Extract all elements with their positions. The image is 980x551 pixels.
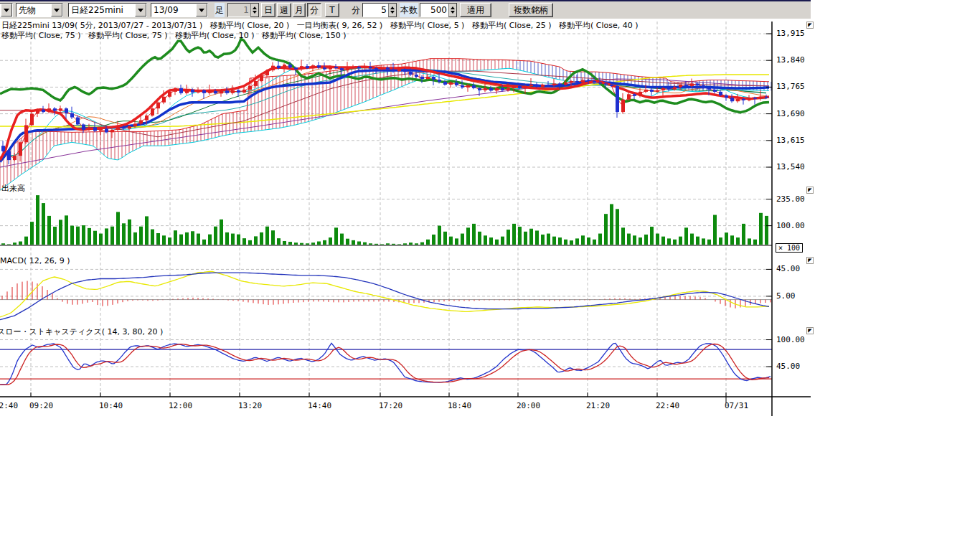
legend-line-2: 移動平均( Close, 75 ) 移動平均( Close, 75 ) 移動平均…	[1, 30, 347, 41]
bar-interval-value: 1	[227, 3, 250, 17]
volume-scale-badge: × 100	[776, 243, 803, 253]
stoch-axis-label: 100.00	[776, 335, 805, 344]
spinner-icon[interactable]	[388, 3, 397, 17]
chevron-down-icon[interactable]	[196, 4, 207, 17]
category-combo-value: 先物	[17, 4, 51, 17]
apply-button[interactable]: 適用	[460, 3, 491, 17]
contract-month-combo-value: 13/09	[151, 5, 196, 15]
symbol-combo[interactable]: 日経225mini	[68, 3, 147, 17]
time-axis-label: 07/31	[725, 401, 748, 410]
time-axis-label: 12:00	[169, 401, 192, 410]
time-axis-label: 21:20	[586, 401, 610, 410]
category-combo[interactable]: 先物	[16, 3, 63, 17]
volume-axis-label: 100.00	[776, 221, 805, 230]
hidden-combo[interactable]	[0, 3, 13, 17]
bar-count-stepper[interactable]: 500	[420, 3, 457, 17]
time-axis-label: 14:40	[308, 401, 331, 410]
chevron-down-icon[interactable]	[1, 4, 12, 17]
bar-type-label: 足	[215, 3, 225, 17]
price-axis-label: 13,840	[776, 55, 805, 65]
price-axis-label: 13,915	[776, 29, 805, 38]
time-axis-label: 22:40	[656, 401, 679, 410]
macd-panel-label: MACD( 12, 26, 9 )	[0, 256, 70, 265]
period-day-button[interactable]: 日	[261, 3, 275, 17]
legend-line-1: 日経225mini 13/09( 5分, 2013/07/27 - 2013/0…	[1, 20, 638, 31]
price-axis-label: 13,540	[776, 162, 805, 171]
time-axis-label: 18:40	[448, 401, 471, 410]
price-axis-label: 13,765	[776, 82, 805, 91]
period-week-button[interactable]: 週	[277, 3, 291, 17]
chart-area: 日経225mini 13/09( 5分, 2013/07/27 - 2013/0…	[0, 19, 832, 435]
period-minute-button[interactable]: 分	[307, 3, 321, 17]
bar-count-value: 500	[420, 3, 448, 17]
time-axis-label: 17:20	[379, 401, 402, 410]
time-axis-label: 13:20	[238, 401, 262, 410]
volume-panel-label: 出来高	[1, 183, 25, 194]
time-axis-label: 20:00	[517, 401, 540, 410]
minute-stepper[interactable]: 5	[362, 3, 397, 17]
symbol-combo-value: 日経225mini	[69, 4, 135, 17]
spinner-icon[interactable]	[448, 3, 457, 17]
period-month-button[interactable]: 月	[293, 3, 306, 17]
volume-axis-label: 235.00	[776, 194, 805, 204]
period-tick-button[interactable]: T	[325, 3, 339, 17]
time-axis-label: 02:40	[0, 401, 18, 410]
price-panel-scale-button[interactable]: ◤	[806, 22, 814, 29]
contract-month-combo[interactable]: 13/09	[151, 3, 208, 17]
macd-axis-label: 45.00	[776, 264, 800, 273]
stoch-axis-label: 45.00	[776, 362, 800, 371]
macd-panel-scale-button[interactable]: ◤	[806, 257, 814, 264]
time-axis-label: 10:40	[99, 401, 123, 410]
time-axis-label: 09:20	[29, 401, 53, 410]
multi-symbol-button[interactable]: 複数銘柄	[509, 3, 553, 17]
toolbar: 先物 日経225mini 13/09 足 1 日 週 月 分 T 分 5 本数 …	[0, 1, 811, 19]
macd-axis-label: 5.00	[776, 291, 796, 301]
stoch-panel-scale-button[interactable]: ◤	[806, 327, 814, 334]
price-axis-label: 13,615	[776, 136, 805, 145]
bar-count-label: 本数	[400, 3, 418, 17]
minute-value: 5	[362, 3, 388, 17]
trading-app-window: 先物 日経225mini 13/09 足 1 日 週 月 分 T 分 5 本数 …	[0, 0, 980, 551]
volume-panel-scale-button[interactable]: ◤	[806, 187, 814, 194]
chart-canvas	[0, 19, 832, 435]
chevron-down-icon[interactable]	[135, 4, 146, 17]
price-axis-label: 13,690	[776, 109, 805, 118]
bar-interval-stepper[interactable]: 1	[227, 3, 259, 17]
spinner-icon[interactable]	[250, 3, 259, 17]
stoch-panel-label: スロー・ストキャスティクス( 14, 3, 80, 20 )	[0, 326, 163, 337]
chevron-down-icon[interactable]	[51, 4, 62, 17]
minute-label: 分	[351, 3, 361, 17]
